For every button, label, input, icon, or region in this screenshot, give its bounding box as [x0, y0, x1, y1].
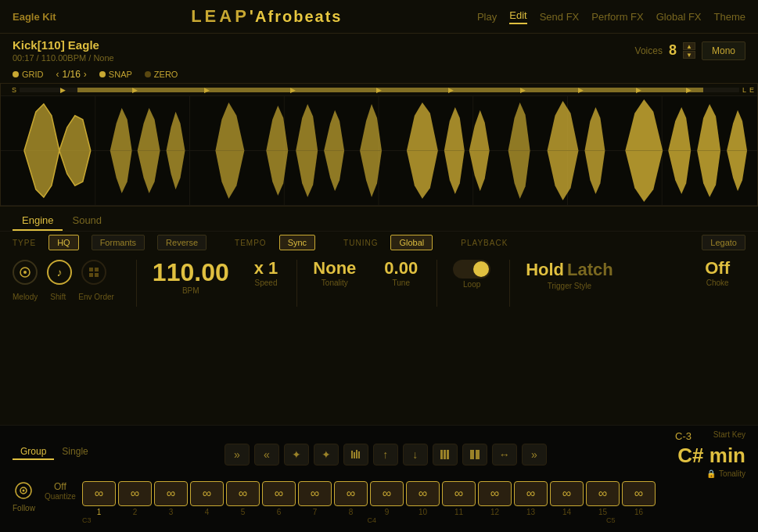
svg-text:▶: ▶	[686, 86, 692, 94]
playback-label: PLAYBACK	[461, 239, 508, 247]
step-num-14: 14	[550, 508, 584, 516]
sep2	[296, 260, 297, 307]
step-4[interactable]: ∞	[190, 481, 224, 506]
snap-label: SNAP	[109, 70, 132, 79]
trigger-label: Trigger Style	[548, 282, 591, 290]
grid-next[interactable]: ›	[84, 69, 87, 80]
step-num-12: 12	[478, 508, 512, 516]
nav-play[interactable]: Play	[477, 11, 497, 23]
melody-icon[interactable]: ♪	[47, 260, 72, 285]
seq-up-arrow[interactable]: ↑	[373, 444, 398, 466]
step-12[interactable]: ∞	[478, 481, 512, 506]
loop-label: Loop	[463, 280, 480, 289]
loop-bar-top[interactable]: S ▶ ▶ ▶ ▶ ▶ ▶ ▶ ▶ ▶ ▶ L E	[1, 84, 757, 96]
zero-control: ZERO	[145, 70, 178, 79]
seq-pattern2[interactable]: ✦	[314, 444, 339, 466]
step-10[interactable]: ∞	[406, 481, 440, 506]
step-num-7: 7	[298, 508, 332, 516]
nav-global-fx[interactable]: Global FX	[656, 11, 702, 23]
reverse-button[interactable]: Reverse	[157, 235, 207, 250]
nav-edit[interactable]: Edit	[509, 9, 526, 24]
sample-name: Kick[110] Eagle	[13, 38, 114, 52]
tab-engine[interactable]: Engine	[13, 211, 63, 231]
legato-button[interactable]: Legato	[702, 235, 745, 250]
seq-bars[interactable]	[343, 444, 368, 466]
step-3[interactable]: ∞	[154, 481, 188, 506]
global-button[interactable]: Global	[390, 235, 433, 250]
step-7[interactable]: ∞	[298, 481, 332, 506]
seq-cols[interactable]	[433, 444, 458, 466]
speed-label: Speed	[255, 279, 278, 287]
svg-text:▶: ▶	[377, 86, 383, 94]
sub-labels: Melody Shift Env Order	[13, 291, 114, 301]
grid-icon[interactable]	[81, 260, 106, 285]
seq-cols2[interactable]	[462, 444, 487, 466]
waveform-display[interactable]: S L L E	[1, 96, 757, 206]
svg-rect-25	[351, 451, 353, 458]
nav-theme[interactable]: Theme	[714, 11, 745, 23]
tab-single[interactable]: Single	[54, 444, 95, 460]
voices-stepper[interactable]: ▲ ▼	[683, 42, 695, 59]
step-num-4: 4	[190, 508, 224, 516]
voices-up[interactable]: ▲	[683, 42, 695, 50]
seq-pattern[interactable]: ✦	[284, 444, 309, 466]
choke-label: Choke	[706, 279, 729, 287]
loop-toggle[interactable]	[453, 260, 490, 279]
speed-value: x 1	[254, 260, 278, 277]
sync-button[interactable]: Sync	[279, 235, 315, 250]
bottom-section: Group Single » « ✦ ✦ ↑ ↓	[0, 425, 758, 532]
grid-prev[interactable]: ‹	[56, 69, 59, 80]
seq-backward[interactable]: «	[254, 444, 279, 466]
step-14[interactable]: ∞	[550, 481, 584, 506]
step-15[interactable]: ∞	[586, 481, 620, 506]
zero-label: ZERO	[154, 70, 178, 79]
top-navigation: Eagle Kit LEAP'Afrobeats Play Edit Send …	[0, 0, 758, 34]
formants-button[interactable]: Formants	[92, 235, 145, 250]
voices-down[interactable]: ▼	[683, 51, 695, 59]
latch-label[interactable]: Latch	[567, 260, 613, 280]
waveform-section: S ▶ ▶ ▶ ▶ ▶ ▶ ▶ ▶ ▶ ▶ L E	[0, 83, 758, 207]
step-num-3: 3	[154, 508, 188, 516]
follow-icon[interactable]	[14, 481, 33, 504]
choke-value: Off	[705, 260, 730, 277]
sample-info-bar: Kick[110] Eagle 00:17 / 110.00BPM / None…	[0, 34, 758, 66]
seq-arrows[interactable]: ↔	[492, 444, 517, 466]
key-c5: C5	[606, 516, 616, 524]
mono-button[interactable]: Mono	[702, 41, 745, 60]
step-16[interactable]: ∞	[622, 481, 656, 506]
tab-sound[interactable]: Sound	[63, 211, 111, 231]
loop-track[interactable]: ▶ ▶ ▶ ▶ ▶ ▶ ▶ ▶ ▶ ▶	[20, 88, 739, 92]
seq-down-arrow[interactable]: ↓	[403, 444, 428, 466]
svg-rect-21	[89, 268, 93, 271]
app-name: Afrobeats	[255, 8, 342, 25]
target-icon[interactable]	[13, 260, 38, 285]
sep3	[436, 260, 437, 307]
right-info: C-3 Start Key C# min 🔒 Tonality	[675, 430, 745, 478]
svg-rect-32	[470, 450, 474, 459]
engine-type-row: TYPE HQ Formants Reverse TEMPO Sync TUNI…	[0, 232, 758, 253]
step-11[interactable]: ∞	[442, 481, 476, 506]
nav-send-fx[interactable]: Send FX	[540, 11, 580, 23]
step-num-9: 9	[370, 508, 404, 516]
nav-perform-fx[interactable]: Perform FX	[591, 11, 643, 23]
choke-group: Off Choke	[705, 260, 730, 287]
seq-forward[interactable]: »	[225, 444, 250, 466]
bpm-label: BPM	[182, 286, 199, 295]
step-5[interactable]: ∞	[226, 481, 260, 506]
hold-label[interactable]: Hold	[526, 260, 564, 280]
svg-rect-23	[89, 273, 93, 277]
tonality-group: None Tonality	[313, 260, 356, 287]
tab-group[interactable]: Group	[13, 444, 54, 460]
step-8[interactable]: ∞	[334, 481, 368, 506]
step-1[interactable]: ∞	[82, 481, 116, 506]
svg-rect-29	[440, 450, 443, 459]
step-13[interactable]: ∞	[514, 481, 548, 506]
hq-button[interactable]: HQ	[48, 235, 79, 250]
loop-s-label: S	[12, 86, 16, 94]
step-6[interactable]: ∞	[262, 481, 296, 506]
hold-latch: Hold Latch	[526, 260, 613, 280]
seq-forward2[interactable]: »	[522, 444, 547, 466]
svg-text:▶: ▶	[636, 86, 641, 94]
step-9[interactable]: ∞	[370, 481, 404, 506]
step-2[interactable]: ∞	[118, 481, 152, 506]
